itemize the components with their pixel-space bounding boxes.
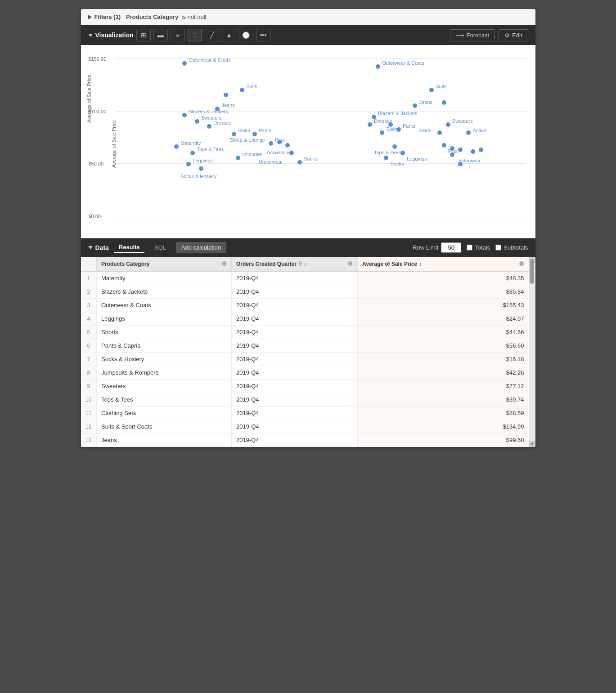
- data-expand-icon[interactable]: [88, 246, 93, 249]
- y-axis-label: Average of Sale Price: [86, 75, 92, 123]
- forecast-button[interactable]: ⟿ Forecast: [450, 29, 495, 41]
- data-section-label: Data: [88, 244, 109, 251]
- dot-extra-r1: [442, 100, 446, 105]
- table-row: 3 Outerwear & Coats 2019-Q4 $155.43: [81, 299, 529, 312]
- cell-category: Blazers & Jackets: [97, 285, 232, 299]
- subtotals-checkbox[interactable]: [495, 245, 501, 250]
- dot-extra-1: [224, 93, 228, 97]
- label-active: Active: [473, 128, 486, 133]
- label-underwear-1: Underwear: [259, 159, 283, 165]
- dot-r4: [458, 148, 463, 152]
- col-category-header-content: Products Category: [101, 261, 149, 267]
- col-avg-gear-icon[interactable]: ⚙: [519, 260, 524, 267]
- dot-socks-2: [384, 156, 388, 160]
- row-number: 9: [81, 380, 97, 393]
- add-calculation-button[interactable]: Add calculation: [176, 242, 226, 253]
- table-row: 12 Suits & Sport Coats 2019-Q4 $134.99: [81, 420, 529, 434]
- tab-results[interactable]: Results: [114, 242, 144, 253]
- dot-dresses-2: [368, 122, 372, 127]
- cell-avg-price: $99.60: [358, 434, 529, 447]
- row-limit-input[interactable]: [441, 242, 461, 253]
- dot-outerwear-2: [376, 64, 380, 69]
- row-number: 13: [81, 434, 97, 447]
- col-avg-sort-icon[interactable]: ↑: [419, 261, 422, 267]
- dot-maternity-1: [174, 144, 179, 149]
- cell-quarter: 2019-Q4: [232, 312, 358, 326]
- cell-category: Maternity: [97, 271, 232, 285]
- col-quarter-gear-icon[interactable]: ⚙: [347, 260, 353, 267]
- dot-socks-1: [297, 160, 302, 165]
- more-icon-btn[interactable]: •••: [256, 29, 270, 41]
- dot-skirts: [437, 130, 442, 135]
- row-number: 2: [81, 285, 97, 299]
- scrollbar-down-arrow[interactable]: ▼: [529, 441, 535, 447]
- label-swim-2: Swim: [386, 126, 398, 132]
- label-blazers-1: Blazers & Jackets: [189, 109, 228, 114]
- line-chart-icon-btn[interactable]: ╱: [205, 29, 219, 41]
- cell-quarter: 2019-Q4: [232, 407, 358, 420]
- label-suits-2: Suits: [436, 84, 446, 89]
- tab-sql[interactable]: SQL: [150, 242, 171, 253]
- scrollbar-thumb[interactable]: [530, 259, 534, 284]
- chart-inner: Average of Sale Price $150.00 $100.00 $5…: [85, 54, 531, 234]
- chart-plot: $150.00 $100.00 $50.00 $0.00 Outerwear &…: [115, 58, 526, 216]
- dot-active: [466, 130, 471, 135]
- dot-accessories-1: [285, 143, 290, 148]
- col-header-number: [81, 257, 97, 271]
- forecast-label: Forecast: [467, 32, 490, 39]
- cell-quarter: 2019-Q4: [232, 339, 358, 353]
- row-number: 11: [81, 407, 97, 420]
- list-icon-btn[interactable]: ≡: [171, 29, 185, 41]
- cell-category: Jumpsuits & Rompers: [97, 366, 232, 380]
- label-skirts: Skirts: [419, 128, 432, 133]
- subtotals-label: Subtotals: [504, 244, 528, 251]
- label-pants-2: Pants: [403, 123, 415, 129]
- table-icon-btn[interactable]: ⊞: [136, 29, 151, 41]
- clock-icon-btn[interactable]: 🕐: [239, 29, 253, 41]
- edit-button[interactable]: ⚙ Edit: [499, 29, 528, 41]
- scrollbar[interactable]: ▲ ▼: [529, 257, 535, 447]
- col-category-gear-icon[interactable]: ⚙: [221, 260, 227, 267]
- scatter-icon-btn[interactable]: ⁚⁚: [188, 29, 202, 41]
- cell-quarter: 2019-Q4: [232, 299, 358, 312]
- bar-chart-icon-btn[interactable]: ▬: [153, 29, 168, 41]
- col-category-label: Products Category: [101, 261, 149, 267]
- label-intimates-1: Intimates: [242, 152, 262, 157]
- table-row: 5 Shorts 2019-Q4 $44.66: [81, 326, 529, 339]
- cell-category: Jeans: [97, 434, 232, 447]
- y-tick-50: $50.00: [89, 161, 104, 166]
- col-avg-label: Average of Sale Price: [362, 261, 417, 267]
- dot-r3: [450, 146, 454, 151]
- chart-area: Average of Sale Price $150.00 $100.00 $5…: [81, 45, 535, 238]
- dot-plus-1: [269, 141, 273, 146]
- dot-suits-1: [240, 88, 244, 92]
- viz-expand-icon[interactable]: [88, 34, 93, 37]
- table-row: 1 Maternity 2019-Q4 $48.35: [81, 271, 529, 285]
- cell-quarter: 2019-Q4: [232, 366, 358, 380]
- cell-avg-price: $56.60: [358, 339, 529, 353]
- dot-sweaters-1: [195, 119, 199, 124]
- cell-category: Outerwear & Coats: [97, 299, 232, 312]
- cell-avg-price: $48.35: [358, 271, 529, 285]
- col-quarter-sort-icon[interactable]: ↓: [304, 261, 306, 267]
- table-row: 8 Jumpsuits & Rompers 2019-Q4 $42.26: [81, 366, 529, 380]
- filter-description: Products Category is not null: [126, 13, 206, 20]
- filters-toggle[interactable]: Filters (1): [88, 13, 121, 20]
- label-suits-1: Suits: [246, 84, 257, 89]
- label-socks-1: Socks: [304, 156, 317, 161]
- label-leggings-1: Leggings: [193, 158, 213, 163]
- col-header-avg-price: Average of Sale Price ↑ ⚙: [358, 257, 529, 271]
- col-quarter-filter-icon[interactable]: ⚲: [298, 261, 302, 267]
- totals-checkbox[interactable]: [467, 245, 472, 250]
- cell-quarter: 2019-Q4: [232, 434, 358, 447]
- label-jeans-2: Jeans: [419, 99, 432, 105]
- cell-avg-price: $85.84: [358, 285, 529, 299]
- label-outerwear-2: Outerwear & Coats: [382, 60, 424, 66]
- grid-line-top: $150.00: [115, 58, 526, 59]
- table-row: 7 Socks & Hosiery 2019-Q4 $16.18: [81, 353, 529, 366]
- area-chart-icon-btn[interactable]: ▲: [222, 29, 236, 41]
- label-socks-2: Socks: [391, 161, 404, 166]
- dot-socks-hosiery-1: [199, 166, 203, 171]
- dot-jeans-2: [413, 103, 417, 108]
- dot-swim-1: [232, 132, 236, 136]
